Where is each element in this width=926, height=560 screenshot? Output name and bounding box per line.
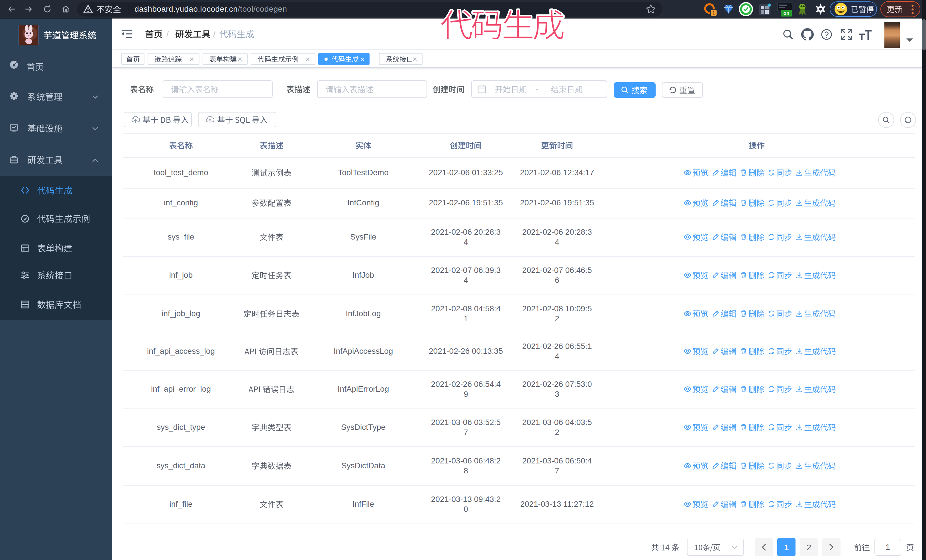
svg-text:1: 1 <box>713 11 715 15</box>
svg-text:on: on <box>784 11 790 16</box>
